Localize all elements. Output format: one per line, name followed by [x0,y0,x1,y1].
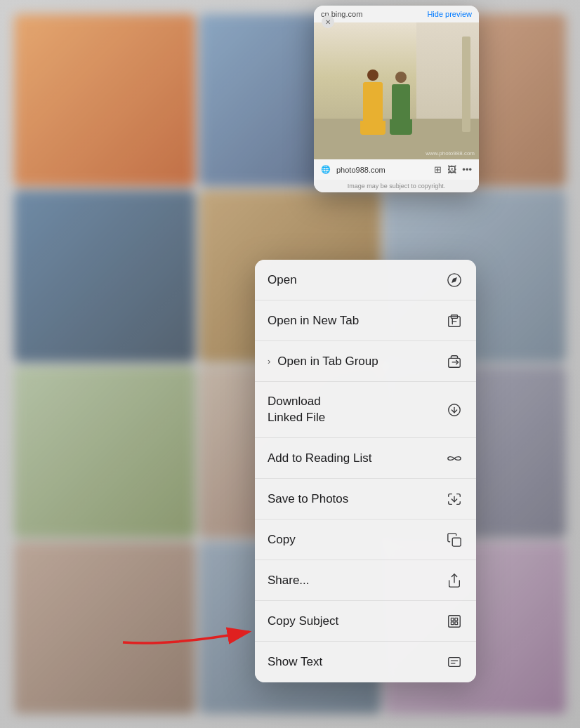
menu-item-copy-subject-left: Copy Subject [268,614,338,628]
chevron-icon: › [268,356,270,366]
preview-header: cn.bing.com Hide preview [314,6,479,22]
preview-image: www.photo988.com [314,22,479,159]
tab-group-icon [445,352,463,371]
download-icon [445,401,463,419]
menu-item-open-new-tab[interactable]: Open in New Tab [255,300,476,341]
svg-rect-11 [452,538,461,546]
preview-close-button[interactable]: ✕ [322,15,334,28]
close-icon: ✕ [325,18,331,26]
preview-domain: photo988.com [336,166,428,174]
menu-item-open-left: Open [268,273,297,287]
context-menu: Open Open in New Tab › Open in Tab Group [255,260,476,682]
menu-item-copy-subject-label: Copy Subject [268,614,338,628]
compass-icon [445,271,463,289]
svg-rect-14 [449,658,461,667]
bg-tile [14,14,195,186]
menu-item-save-photos-left: Save to Photos [268,492,348,506]
preview-footer: 🌐 photo988.com ⊞ 🖼 ••• [314,159,479,180]
menu-item-open[interactable]: Open [255,260,476,300]
menu-item-reading-list[interactable]: Add to Reading List [255,438,476,479]
menu-item-save-photos-label: Save to Photos [268,492,348,506]
preview-watermark: www.photo988.com [426,150,475,157]
menu-item-open-tab-group-left: › Open in Tab Group [268,355,378,369]
menu-item-show-text[interactable]: Show Text [255,642,476,682]
preview-action-icons: ⊞ 🖼 ••• [434,164,472,175]
more-icon[interactable]: ••• [462,164,472,175]
menu-item-open-tab-group-label: Open in Tab Group [277,355,378,369]
menu-item-copy-subject[interactable]: Copy Subject [255,601,476,642]
new-tab-icon [445,312,463,330]
menu-item-copy-label: Copy [268,533,296,547]
menu-item-copy[interactable]: Copy [255,519,476,560]
globe-icon: 🌐 [321,165,331,174]
image-icon[interactable]: 🖼 [447,164,456,175]
menu-item-download[interactable]: Download Linked File [255,382,476,438]
show-text-icon [445,653,463,671]
bg-tile [14,542,195,714]
menu-item-open-new-tab-left: Open in New Tab [268,314,359,328]
save-photos-icon [445,490,463,508]
preview-copyright: Image may be subject to copyright. [314,180,479,192]
share-icon [445,571,463,590]
menu-item-download-label-line2: Linked File [268,410,325,425]
menu-item-copy-left: Copy [268,533,296,547]
menu-item-share-left: Share... [268,574,310,588]
bg-tile [14,366,195,538]
link-preview-card: cn.bing.com Hide preview www.photo988.co… [314,6,479,192]
expand-icon[interactable]: ⊞ [434,164,442,175]
copy-icon [445,531,463,549]
menu-item-show-text-label: Show Text [268,655,322,669]
menu-item-open-new-tab-label: Open in New Tab [268,314,359,328]
menu-item-open-label: Open [268,273,297,287]
svg-rect-6 [449,358,461,367]
menu-item-download-left: Download Linked File [268,394,325,425]
menu-item-open-tab-group[interactable]: › Open in Tab Group [255,341,476,382]
bg-tile [14,190,195,362]
menu-item-reading-list-left: Add to Reading List [268,451,371,465]
menu-item-reading-list-label: Add to Reading List [268,451,371,465]
menu-item-download-label-line1: Download [268,394,325,409]
svg-rect-13 [449,615,461,627]
menu-item-share-label: Share... [268,574,310,588]
menu-item-share[interactable]: Share... [255,560,476,601]
hide-preview-button[interactable]: Hide preview [427,10,472,18]
copy-subject-icon [445,612,463,630]
reading-list-icon [445,449,463,468]
svg-marker-1 [452,277,457,283]
menu-item-save-photos[interactable]: Save to Photos [255,479,476,519]
menu-item-show-text-left: Show Text [268,655,322,669]
